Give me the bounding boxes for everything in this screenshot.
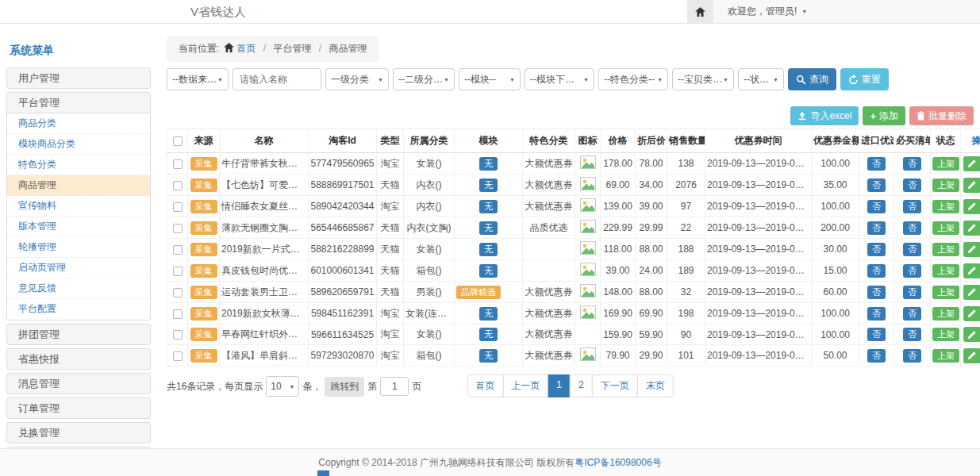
- status-badge[interactable]: 上架: [932, 286, 959, 299]
- edit-button[interactable]: [963, 327, 980, 342]
- discount-price: 59.90: [636, 324, 667, 345]
- import-select-toggle[interactable]: 否: [867, 307, 886, 321]
- batch-delete-button[interactable]: 批量删除: [909, 106, 974, 125]
- must-buy-toggle[interactable]: 否: [903, 200, 921, 213]
- add-button[interactable]: + 添加: [863, 106, 905, 125]
- filter-select-module-sub-category[interactable]: --模块下分类--▼: [525, 68, 594, 90]
- status-badge[interactable]: 上架: [932, 328, 959, 341]
- status-badge[interactable]: 上架: [932, 264, 959, 278]
- sidebar-item-0[interactable]: 商品分类: [7, 113, 150, 134]
- must-buy-toggle[interactable]: 否: [903, 243, 921, 256]
- import-select-toggle[interactable]: 否: [867, 264, 886, 278]
- status-badge[interactable]: 上架: [932, 221, 959, 235]
- filter-select-level2-category[interactable]: --二级分类--▼: [393, 68, 455, 90]
- import-select-toggle[interactable]: 否: [867, 328, 886, 341]
- page-button-末页[interactable]: 末页: [637, 374, 674, 397]
- reset-button[interactable]: 重置: [840, 68, 889, 90]
- filter-select-level1-category[interactable]: 一级分类▼: [325, 68, 389, 90]
- status-badge[interactable]: 上架: [932, 307, 959, 321]
- filter-select-data-source[interactable]: --数据来源--▼: [167, 68, 229, 90]
- must-buy-toggle[interactable]: 否: [903, 221, 921, 235]
- row-checkbox[interactable]: [173, 309, 183, 319]
- must-buy-toggle[interactable]: 否: [903, 307, 921, 321]
- sidebar-section-5[interactable]: 订单管理: [7, 398, 150, 418]
- status-badge[interactable]: 上架: [932, 243, 959, 256]
- row-checkbox[interactable]: [173, 351, 183, 361]
- sidebar-item-7[interactable]: 启动页管理: [7, 258, 150, 278]
- page-number-input[interactable]: [380, 377, 409, 396]
- page-button-1[interactable]: 1: [548, 374, 571, 397]
- edit-button[interactable]: [963, 285, 980, 300]
- caret-down-icon: ▼: [773, 77, 778, 83]
- row-checkbox[interactable]: [173, 181, 183, 190]
- status-badge[interactable]: 上架: [932, 178, 959, 192]
- edit-button[interactable]: [963, 156, 980, 171]
- status-badge[interactable]: 上架: [932, 349, 959, 363]
- page-button-首页[interactable]: 首页: [467, 374, 503, 397]
- must-buy-toggle[interactable]: 否: [903, 286, 921, 299]
- edit-button[interactable]: [963, 242, 980, 257]
- sidebar-item-3-active[interactable]: 商品管理: [7, 175, 150, 196]
- page-button-下一页[interactable]: 下一页: [592, 374, 638, 397]
- sidebar-item-2[interactable]: 特色分类: [7, 155, 150, 175]
- column-header: 必买清单: [894, 129, 931, 153]
- import-excel-button[interactable]: 导入excel: [790, 106, 859, 125]
- import-select-toggle[interactable]: 否: [867, 178, 886, 192]
- sidebar-section-6[interactable]: 兑换管理: [7, 423, 150, 443]
- filter-select-feature-category[interactable]: --特色分类--▼: [598, 68, 668, 90]
- home-button[interactable]: [687, 0, 713, 23]
- edit-button[interactable]: [963, 348, 980, 363]
- jump-button[interactable]: 跳转到: [325, 377, 364, 397]
- import-select-toggle[interactable]: 否: [867, 221, 886, 235]
- sidebar-section-3[interactable]: 省惠快报: [7, 349, 150, 369]
- row-checkbox[interactable]: [173, 288, 183, 298]
- status-badge[interactable]: 上架: [932, 200, 959, 213]
- edit-button[interactable]: [963, 221, 980, 236]
- feature-category: 大额优惠券: [523, 282, 575, 303]
- sidebar-item-4[interactable]: 宣传物料: [7, 196, 150, 217]
- select-all-checkbox[interactable]: [173, 136, 183, 146]
- icp-link[interactable]: 粤ICP备16098006号: [575, 456, 661, 470]
- page-button-上一页[interactable]: 上一页: [502, 374, 548, 397]
- row-checkbox[interactable]: [173, 330, 183, 340]
- must-buy-toggle[interactable]: 否: [903, 264, 921, 278]
- coupon-amount: 100.00: [812, 303, 859, 324]
- search-button[interactable]: 查询: [788, 68, 836, 90]
- name-search-input[interactable]: [233, 68, 321, 90]
- row-checkbox[interactable]: [173, 202, 183, 212]
- sidebar-item-5[interactable]: 版本管理: [7, 217, 150, 237]
- edit-button[interactable]: [963, 199, 980, 214]
- import-select-toggle[interactable]: 否: [867, 286, 886, 299]
- sidebar-item-6[interactable]: 轮播管理: [7, 237, 150, 258]
- page-button-2[interactable]: 2: [570, 374, 593, 397]
- must-buy-toggle[interactable]: 否: [903, 328, 921, 341]
- filter-select-status[interactable]: --状态--▼: [738, 68, 784, 90]
- row-checkbox[interactable]: [173, 159, 183, 169]
- must-buy-toggle[interactable]: 否: [903, 178, 921, 192]
- import-select-toggle[interactable]: 否: [867, 157, 886, 171]
- edit-button[interactable]: [963, 263, 980, 278]
- sidebar-item-1[interactable]: 模块商品分类: [7, 134, 150, 155]
- sidebar-item-8[interactable]: 意见反馈: [7, 278, 150, 299]
- import-select-toggle[interactable]: 否: [867, 243, 886, 256]
- edit-button[interactable]: [963, 178, 980, 193]
- user-menu[interactable]: 欢迎您，管理员! ▼: [713, 0, 980, 23]
- must-buy-toggle[interactable]: 否: [903, 349, 921, 363]
- must-buy-toggle[interactable]: 否: [903, 157, 921, 171]
- import-select-toggle[interactable]: 否: [867, 200, 886, 213]
- sidebar-item-9[interactable]: 平台配置: [7, 299, 150, 320]
- filter-select-item-type[interactable]: --宝贝类型--▼: [672, 68, 734, 90]
- edit-button[interactable]: [963, 306, 980, 321]
- sidebar-section-2[interactable]: 拼团管理: [7, 324, 150, 344]
- sidebar-section-1[interactable]: 平台管理: [7, 93, 150, 113]
- row-checkbox[interactable]: [173, 245, 183, 255]
- breadcrumb-home-link[interactable]: 首页: [236, 43, 256, 54]
- sidebar-section-4[interactable]: 消息管理: [7, 374, 150, 393]
- row-checkbox[interactable]: [173, 267, 183, 276]
- import-select-toggle[interactable]: 否: [867, 349, 886, 363]
- sidebar-section-0[interactable]: 用户管理: [7, 68, 150, 88]
- per-page-select[interactable]: 10▼: [266, 376, 299, 397]
- row-checkbox[interactable]: [173, 224, 183, 233]
- filter-select-module[interactable]: --模块--▼: [459, 68, 521, 90]
- status-badge[interactable]: 上架: [932, 157, 959, 171]
